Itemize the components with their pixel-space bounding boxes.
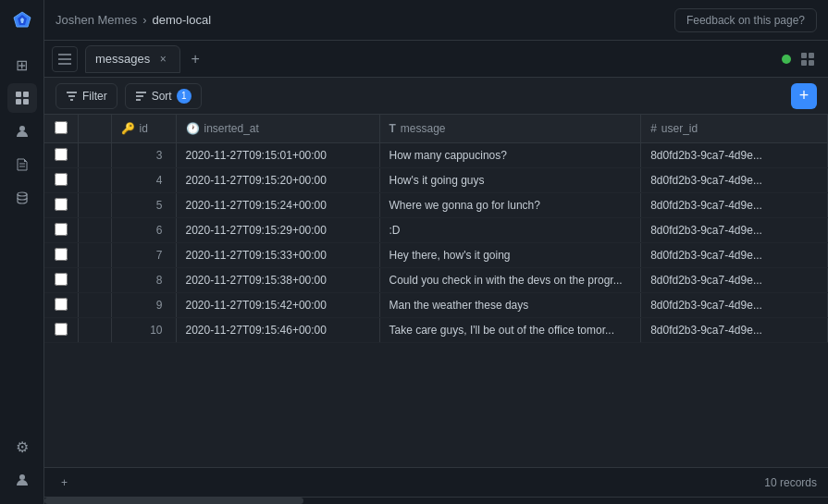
row-edit-cell[interactable]: ✏ [78,218,111,243]
th-checkbox [44,115,78,143]
scrollbar-thumb[interactable] [44,498,303,504]
filter-label: Filter [82,90,107,103]
footer: + 10 records [44,467,828,497]
th-user-id-label: user_id [661,122,698,135]
storage-icon[interactable] [7,183,37,213]
row-checkbox-cell[interactable] [44,218,78,243]
th-user-id: # user_id [641,115,828,143]
row-checkbox[interactable] [55,273,68,286]
breadcrumb-project[interactable]: Joshen Memes [56,13,137,27]
table-row: ✏ 4 2020-11-27T09:15:20+00:00 How's it g… [44,168,828,193]
users-icon[interactable] [7,117,37,146]
svg-rect-4 [23,92,29,97]
row-id-cell: 10 [111,318,176,343]
row-inserted-at-cell: 2020-11-27T09:15:42+00:00 [176,293,379,318]
svg-rect-15 [801,53,807,58]
row-inserted-at-cell: 2020-11-27T09:15:29+00:00 [176,218,379,243]
tab-label: messages [95,52,150,66]
add-row-button[interactable]: + [791,83,817,109]
row-user-id-cell: 8d0fd2b3-9ca7-4d9e... [641,268,828,293]
row-message-cell: Take care guys, I'll be out of the offic… [379,318,641,343]
row-id-cell: 7 [111,243,176,268]
row-id-cell: 8 [111,268,176,293]
th-id-label: id [140,122,148,135]
sort-label: Sort [152,90,172,103]
row-checkbox-cell[interactable] [44,243,78,268]
row-edit-cell[interactable]: ✏ [78,318,111,343]
svg-point-10 [18,192,27,196]
connection-status-dot [782,55,791,64]
row-user-id-cell: 8d0fd2b3-9ca7-4d9e... [641,168,828,193]
sort-count-badge: 1 [177,89,192,104]
row-checkbox[interactable] [55,323,68,336]
row-checkbox[interactable] [55,248,68,261]
row-checkbox[interactable] [55,173,68,186]
row-edit-cell[interactable]: ✏ [78,168,111,193]
user-profile-icon[interactable] [7,465,37,495]
data-table: 🔑 id 🕐 inserted_at T message [44,115,828,343]
settings-icon[interactable]: ⚙ [7,432,37,461]
table-row: ✏ 3 2020-11-27T09:15:01+00:00 How many c… [44,143,828,168]
select-all-checkbox[interactable] [55,121,68,134]
table-container: 🔑 id 🕐 inserted_at T message [44,115,828,467]
table-row: ✏ 8 2020-11-27T09:15:38+00:00 Could you … [44,268,828,293]
new-tab-button[interactable]: + [184,48,206,70]
row-user-id-cell: 8d0fd2b3-9ca7-4d9e... [641,218,828,243]
add-record-button[interactable]: + [56,474,73,491]
row-edit-cell[interactable]: ✏ [78,193,111,218]
tabbar: messages × + [44,41,828,78]
row-message-cell: How many cappucinos? [379,143,641,168]
row-id-cell: 5 [111,193,176,218]
breadcrumb-separator: › [142,13,146,27]
row-edit-cell[interactable]: ✏ [78,143,111,168]
row-inserted-at-cell: 2020-11-27T09:15:46+00:00 [176,318,379,343]
breadcrumb-current[interactable]: demo-local [153,13,212,27]
row-user-id-cell: 8d0fd2b3-9ca7-4d9e... [641,193,828,218]
row-checkbox[interactable] [55,198,68,211]
table-icon[interactable] [7,83,37,113]
row-id-cell: 6 [111,218,176,243]
row-checkbox[interactable] [55,148,68,161]
svg-rect-3 [16,92,21,97]
row-edit-cell[interactable]: ✏ [78,268,111,293]
sort-button[interactable]: Sort 1 [125,83,202,109]
svg-rect-6 [23,99,29,104]
table-row: ✏ 9 2020-11-27T09:15:42+00:00 Man the we… [44,293,828,318]
row-edit-cell[interactable]: ✏ [78,293,111,318]
row-id-cell: 4 [111,168,176,193]
tab-close-button[interactable]: × [155,52,170,67]
table-header: 🔑 id 🕐 inserted_at T message [44,115,828,143]
row-checkbox-cell[interactable] [44,168,78,193]
row-checkbox-cell[interactable] [44,318,78,343]
row-inserted-at-cell: 2020-11-27T09:15:38+00:00 [176,268,379,293]
id-col-icon: 🔑 [121,122,135,135]
th-id: 🔑 id [111,115,176,143]
row-checkbox-cell[interactable] [44,268,78,293]
svg-rect-5 [16,99,21,104]
horizontal-scrollbar[interactable] [44,497,828,504]
row-checkbox-cell[interactable] [44,293,78,318]
row-checkbox[interactable] [55,223,68,236]
row-id-cell: 9 [111,293,176,318]
row-checkbox[interactable] [55,298,68,311]
sidebar-toggle-button[interactable] [52,46,78,72]
row-id-cell: 3 [111,143,176,168]
filter-button[interactable]: Filter [56,83,117,109]
th-message-label: message [401,122,446,135]
row-inserted-at-cell: 2020-11-27T09:15:24+00:00 [176,193,379,218]
table-row: ✏ 6 2020-11-27T09:15:29+00:00 :D 8d0fd2b… [44,218,828,243]
layout-icon[interactable]: ⊞ [7,50,37,80]
toolbar: Filter Sort 1 + [44,78,828,115]
th-inserted-at: 🕐 inserted_at [176,115,379,143]
row-message-cell: How's it going guys [379,168,641,193]
file-icon[interactable] [7,150,37,179]
record-count: 10 records [764,476,817,489]
grid-view-icon[interactable] [795,46,821,72]
row-edit-cell[interactable]: ✏ [78,243,111,268]
feedback-button[interactable]: Feedback on this page? [674,8,817,32]
row-checkbox-cell[interactable] [44,143,78,168]
messages-tab[interactable]: messages × [85,45,180,73]
svg-rect-16 [809,53,814,58]
row-checkbox-cell[interactable] [44,193,78,218]
filter-icon [66,90,78,102]
